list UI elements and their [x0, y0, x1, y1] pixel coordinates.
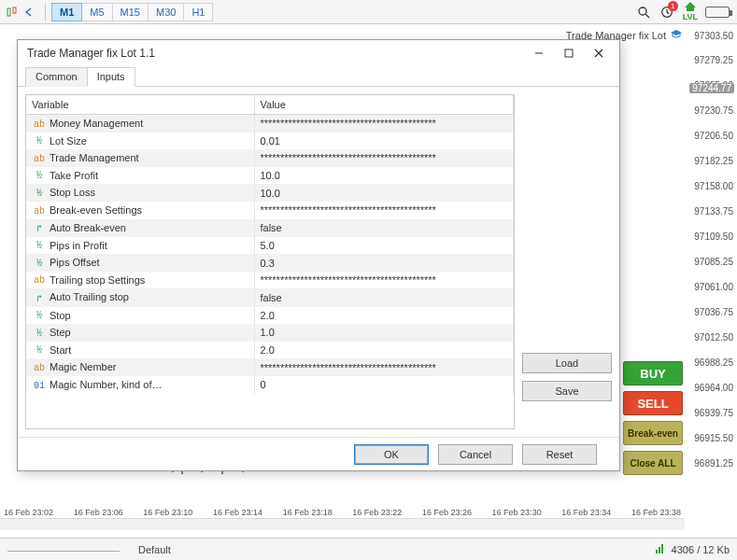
traffic-label: 4306 / 12 Kb — [672, 544, 730, 555]
load-button[interactable]: Load — [522, 353, 612, 373]
profile-name[interactable]: Default — [120, 544, 190, 555]
param-variable-cell[interactable]: ½Stop Loss — [26, 184, 254, 202]
time-tick: 16 Feb 23:06 — [74, 508, 123, 517]
param-row[interactable]: ↱Auto Trailing stopfalse — [26, 288, 514, 306]
arrow-left-icon[interactable] — [22, 6, 35, 19]
timeframe-tab-m15[interactable]: M15 — [113, 3, 149, 21]
param-row[interactable]: ½Pips Offset0.3 — [26, 254, 514, 272]
param-value-cell[interactable]: 2.0 — [254, 342, 514, 359]
tab-inputs[interactable]: Inputs — [87, 67, 135, 87]
param-value-cell[interactable]: 10.0 — [254, 167, 514, 185]
param-value-cell[interactable]: 0.01 — [254, 133, 514, 150]
param-value-cell[interactable]: 5.0 — [254, 237, 514, 255]
cancel-button[interactable]: Cancel — [438, 444, 513, 465]
sell-button[interactable]: SELL — [623, 391, 683, 415]
candlestick-icon[interactable] — [4, 4, 21, 21]
param-variable-cell[interactable]: ½Take Profit — [26, 167, 254, 185]
param-variable-cell[interactable]: abMoney Management — [26, 115, 254, 133]
timeframe-tab-m30[interactable]: M30 — [149, 3, 184, 21]
param-value-cell[interactable]: ****************************************… — [254, 202, 514, 219]
param-name: Trailing stop Settings — [50, 274, 145, 286]
connection-icon[interactable] — [655, 543, 666, 556]
param-variable-cell[interactable]: ↱Auto Trailing stop — [26, 288, 254, 306]
param-name: Pips in Profit — [50, 240, 107, 251]
param-row[interactable]: ½Stop Loss10.0 — [26, 184, 514, 202]
param-row[interactable]: ↱Auto Break-evenfalse — [26, 219, 514, 237]
param-value-cell[interactable]: 0.3 — [254, 254, 514, 272]
param-variable-cell[interactable]: 01Magic Number, kind of… — [26, 376, 254, 394]
param-variable-cell[interactable]: ½Pips in Profit — [26, 237, 254, 255]
string-type-icon: ab — [32, 154, 47, 164]
param-variable-cell[interactable]: abTrade Management — [26, 149, 254, 167]
level-icon[interactable]: LVL — [683, 2, 698, 21]
param-variable-cell[interactable]: ½Stop — [26, 307, 254, 325]
param-row[interactable]: ½Lot Size0.01 — [26, 133, 514, 150]
tab-common[interactable]: Common — [25, 67, 88, 87]
param-row[interactable]: ½Start2.0 — [26, 342, 514, 359]
param-value-cell[interactable]: false — [254, 219, 514, 237]
dialog-titlebar: Trade Manager fix Lot 1.1 — [18, 40, 619, 66]
param-value-cell[interactable]: ****************************************… — [254, 358, 514, 376]
param-variable-cell[interactable]: abTrailing stop Settings — [26, 272, 254, 289]
param-variable-cell[interactable]: ½Start — [26, 342, 254, 359]
battery-icon — [705, 7, 730, 18]
param-row[interactable]: abBreak-even Settings*******************… — [26, 202, 514, 219]
timeframe-tab-h1[interactable]: H1 — [184, 3, 213, 21]
param-variable-cell[interactable]: ↱Auto Break-even — [26, 219, 254, 237]
timeframe-tab-m1[interactable]: M1 — [51, 3, 82, 21]
price-tick: 97230.75 — [694, 105, 733, 116]
buy-button[interactable]: BUY — [623, 361, 683, 385]
param-value-cell[interactable]: false — [254, 288, 514, 306]
param-row[interactable]: 01Magic Number, kind of…0 — [26, 376, 514, 394]
price-tick: 96964.00 — [694, 383, 733, 393]
param-name: Take Profit — [50, 170, 98, 181]
svg-line-6 — [667, 12, 669, 14]
save-button[interactable]: Save — [522, 381, 612, 401]
double-type-icon: ½ — [32, 345, 47, 356]
reset-button[interactable]: Reset — [522, 444, 597, 465]
param-value-cell[interactable]: ****************************************… — [254, 272, 514, 289]
param-row[interactable]: abTrade Management**********************… — [26, 149, 514, 167]
minimize-button[interactable] — [524, 42, 554, 64]
time-tick: 16 Feb 23:02 — [4, 508, 53, 517]
close-button[interactable] — [584, 42, 614, 64]
time-tick: 16 Feb 23:22 — [352, 508, 402, 517]
svg-rect-29 — [661, 544, 663, 553]
param-row[interactable]: ½Take Profit10.0 — [26, 167, 514, 185]
close-all-button[interactable]: Close ALL — [623, 451, 683, 475]
param-value-cell[interactable]: 0 — [254, 376, 514, 394]
param-row[interactable]: ½Pips in Profit5.0 — [26, 237, 514, 255]
param-row[interactable]: abMagic Nember**************************… — [26, 358, 514, 376]
param-row[interactable]: abTrailing stop Settings****************… — [26, 272, 514, 289]
header-value[interactable]: Value — [254, 95, 514, 115]
param-value-cell[interactable]: ****************************************… — [254, 115, 514, 133]
search-icon[interactable] — [636, 5, 651, 20]
timeframe-tab-m5[interactable]: M5 — [82, 3, 112, 21]
param-row[interactable]: ½Step1.0 — [26, 324, 514, 342]
param-name: Break-even Settings — [50, 204, 142, 216]
price-current-highlight: 97244.77 — [689, 83, 734, 93]
param-value-cell[interactable]: 1.0 — [254, 324, 514, 342]
break-even-button[interactable]: Break-even — [623, 421, 683, 445]
ok-button[interactable]: OK — [354, 444, 429, 465]
price-tick: 97036.75 — [694, 307, 733, 317]
maximize-button[interactable] — [554, 42, 584, 64]
dialog-footer: OK Cancel Reset — [18, 437, 619, 470]
param-row[interactable]: abMoney Management**********************… — [26, 115, 514, 133]
param-variable-cell[interactable]: ½Lot Size — [26, 133, 254, 150]
param-row[interactable]: ½Stop2.0 — [26, 307, 514, 325]
header-variable[interactable]: Variable — [26, 95, 254, 115]
param-variable-cell[interactable]: abBreak-even Settings — [26, 202, 254, 219]
param-value-cell[interactable]: 10.0 — [254, 184, 514, 202]
param-value-cell[interactable]: ****************************************… — [254, 149, 514, 167]
param-value-cell[interactable]: 2.0 — [254, 307, 514, 325]
status-right: 4306 / 12 Kb — [655, 543, 730, 556]
param-variable-cell[interactable]: ½Step — [26, 324, 254, 342]
notifications-icon[interactable]: 1 — [659, 4, 675, 21]
timeframe-tabs: M1M5M15M30H1 — [51, 6, 213, 19]
param-variable-cell[interactable]: abMagic Nember — [26, 358, 254, 376]
param-variable-cell[interactable]: ½Pips Offset — [26, 254, 254, 272]
double-type-icon: ½ — [32, 171, 47, 181]
dialog-tabs: Common Inputs — [18, 66, 619, 87]
chart-scrollbar[interactable] — [0, 518, 685, 530]
